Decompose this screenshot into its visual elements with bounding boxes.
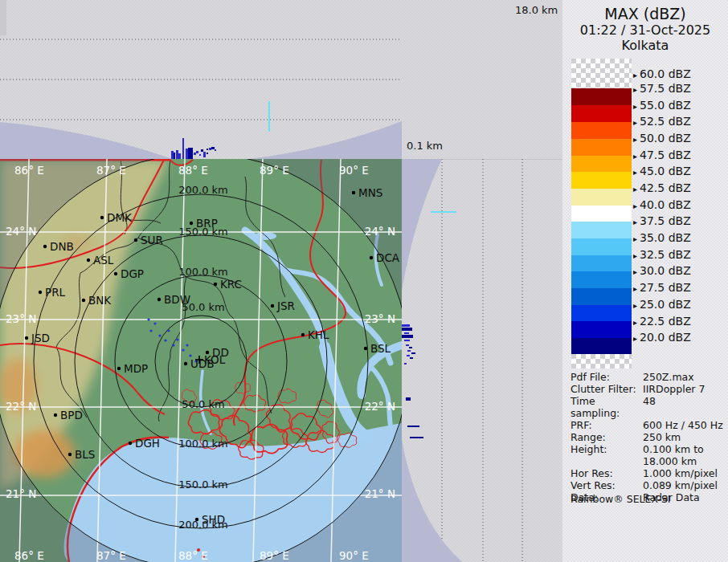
scale-swatch <box>571 172 632 189</box>
scale-label: ▸32.5 dBZ <box>633 246 691 263</box>
city-label: JSR <box>276 299 295 312</box>
longitude-label: 86° E <box>14 164 44 177</box>
longitude-label: 90° E <box>339 549 369 562</box>
scale-swatch <box>571 271 632 288</box>
longitude-label: 88° E <box>178 164 208 177</box>
scale-swatch <box>571 238 632 255</box>
city-marker <box>157 298 161 301</box>
map-viewport[interactable]: 200.0 km150.0 km100.0 km50.0 km50.0 km10… <box>0 159 402 562</box>
corner-panel: 18.0 km 0.1 km <box>402 0 562 160</box>
range-ring-label: 200.0 km <box>178 184 228 196</box>
city-marker <box>301 333 305 336</box>
city-label: BPD <box>60 409 83 422</box>
city-marker <box>100 216 104 219</box>
no-data-wedge-bottom <box>402 440 462 562</box>
longitude-label: 88° E <box>178 549 208 562</box>
scale-swatch <box>571 305 632 321</box>
city-label: JSD <box>31 332 50 344</box>
no-data-wedge-top <box>402 159 442 291</box>
scale-label: ▸55.0 dBZ <box>633 97 691 113</box>
height-axis-max-label: 18.0 km <box>515 4 558 16</box>
scale-swatch <box>571 338 632 354</box>
city-marker <box>117 367 121 370</box>
axis-stub <box>0 0 6 35</box>
color-scale <box>571 59 632 369</box>
metadata-row: 18.000 km <box>571 455 728 467</box>
top-profile-plot <box>0 0 402 159</box>
metadata-row: Vert Res:0.089 km/pixel <box>571 479 728 491</box>
metadata-row: Time sampling:48 <box>571 395 728 419</box>
city-marker <box>190 222 193 225</box>
height-axis-min-label: 0.1 km <box>407 140 443 152</box>
right-profile-panel <box>402 159 562 562</box>
scale-swatch <box>571 321 632 338</box>
latitude-label: 21° N <box>6 487 36 500</box>
radar-site-name: Kolkata <box>562 38 728 53</box>
latitude-label: 24° N <box>365 225 395 238</box>
city-label: BDW <box>164 293 190 306</box>
range-ring-label: 100.0 km <box>178 438 228 450</box>
city-label: BSL <box>370 342 391 355</box>
city-label: BRP <box>196 217 218 230</box>
city-label: DGH <box>135 437 160 450</box>
city-label: DMK <box>107 211 133 224</box>
latitude-label: 21° N <box>365 487 395 500</box>
scale-label: ▸37.5 dBZ <box>633 213 691 229</box>
range-ring-label: 50.0 km <box>182 398 224 410</box>
longitude-label: 87° E <box>96 164 126 177</box>
city-marker <box>68 453 72 456</box>
metadata-row: Hor Res:1.000 km/pixel <box>571 467 728 479</box>
latitude-label: 22° N <box>6 400 36 413</box>
city-label: SHD <box>202 513 225 526</box>
city-label: DGP <box>121 267 144 280</box>
scale-swatch <box>571 222 632 238</box>
scale-label: ▸57.5 dBZ <box>633 80 691 96</box>
longitude-label: 90° E <box>339 164 369 177</box>
city-marker <box>82 299 85 302</box>
scale-swatch <box>571 59 632 88</box>
product-title: MAX (dBZ) <box>562 5 728 22</box>
right-profile-plot <box>402 159 562 562</box>
product-datetime: 01:22 / 31-Oct-2025 <box>562 22 728 38</box>
scale-label: ▸45.0 dBZ <box>633 163 691 179</box>
scale-label: ▸40.0 dBZ <box>633 197 691 213</box>
city-marker <box>184 362 187 365</box>
city-marker <box>25 336 28 340</box>
city-label: PRL <box>45 286 66 299</box>
no-data-wedge-left <box>0 122 173 159</box>
scale-swatch <box>571 139 632 156</box>
city-label: KHL <box>308 328 329 341</box>
metadata-row: Clutter Filter:IIRDoppler 7 <box>571 383 728 395</box>
metadata-row: Pdf File:250Z.max <box>571 371 728 383</box>
city-label: BLS <box>75 448 95 461</box>
legend-panel: MAX (dBZ) 01:22 / 31-Oct-2025 Kolkata ▸6… <box>562 0 728 562</box>
radar-display-window: 18.0 km 0.1 km <box>0 0 728 562</box>
city-label: ASL <box>93 254 114 267</box>
radar-site-label: KOL <box>204 353 226 366</box>
scale-swatch <box>571 122 632 139</box>
city-label: SUR <box>141 234 163 246</box>
city-marker <box>352 191 355 194</box>
scale-label: ▸35.0 dBZ <box>633 230 691 246</box>
city-marker <box>129 442 132 445</box>
city-marker <box>87 259 90 262</box>
city-marker <box>364 347 367 350</box>
longitude-label: 89° E <box>260 164 289 177</box>
city-label: DCA <box>376 251 400 264</box>
scale-label: ▸52.5 dBZ <box>633 113 691 129</box>
longitude-label: 86° E <box>14 549 44 562</box>
city-marker <box>370 256 373 259</box>
city-label: DNB <box>50 240 74 253</box>
city-label: BNK <box>88 294 112 307</box>
product-metadata: Pdf File:250Z.maxClutter Filter:IIRDoppl… <box>571 371 728 503</box>
city-marker <box>114 272 117 275</box>
latitude-label: 22° N <box>365 400 395 413</box>
scale-label: ▸42.5 dBZ <box>633 180 691 196</box>
metadata-row: PRF:600 Hz / 450 Hz <box>571 419 728 431</box>
radar-map: 200.0 km150.0 km100.0 km50.0 km50.0 km10… <box>0 159 402 562</box>
lake <box>254 232 276 240</box>
top-profile-panel <box>0 0 402 159</box>
scale-swatch <box>571 189 632 206</box>
scale-label: ▸25.0 dBZ <box>633 296 691 312</box>
software-name: Rainbow® SELEX-SI <box>571 493 671 505</box>
